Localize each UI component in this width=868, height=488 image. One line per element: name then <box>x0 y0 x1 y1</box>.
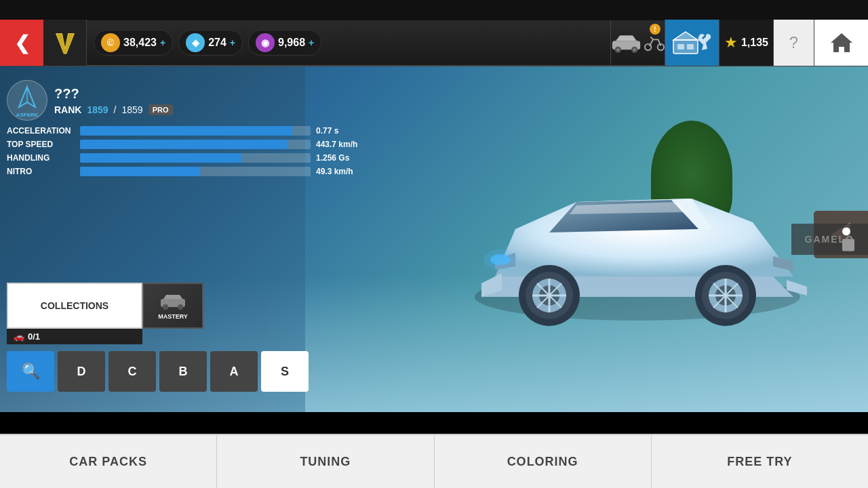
mastery-label: MASTERY <box>158 313 188 320</box>
scroll-dot-active <box>842 228 850 236</box>
filter-a-button[interactable]: A <box>210 351 258 392</box>
brand-logo-icon <box>53 30 77 55</box>
garage-icon <box>672 30 699 55</box>
coloring-button[interactable]: COLORING <box>435 435 652 488</box>
stat-bar-fill <box>80 140 288 149</box>
purple-value: 9,968 <box>278 37 305 49</box>
car-brand-section: ASPARK ??? RANK 1859 / 1859 PRO <box>7 80 370 121</box>
mystery-icon: ? <box>789 33 798 52</box>
stat-label: NITRO <box>7 167 75 176</box>
motorcycle-icon <box>644 34 665 52</box>
tuning-label: TUNING <box>300 455 351 469</box>
svg-point-32 <box>163 304 168 310</box>
wrench-icon <box>696 33 713 53</box>
svg-point-33 <box>178 304 183 310</box>
stat-row-acceleration: ACCELERATION0.77 s <box>7 126 370 136</box>
mastery-button[interactable]: MASTERY <box>142 283 203 329</box>
svg-line-8 <box>650 37 653 40</box>
tuning-button[interactable]: TUNING <box>217 435 434 488</box>
car-packs-label: CAR PACKS <box>69 455 147 469</box>
brand-name-small: ASPARK <box>16 112 38 118</box>
stat-bar-background <box>80 126 311 136</box>
filter-c-button[interactable]: C <box>108 351 156 392</box>
stat-label: TOP SPEED <box>7 140 75 149</box>
filter-d-label: D <box>77 365 86 379</box>
filter-row: 🔍 D C B A S <box>7 351 309 392</box>
top-navigation: ❮ © 38,423 + ◈ 274 + ◉ 9,968 + <box>0 20 868 66</box>
rank-max: 1859 <box>122 104 143 115</box>
gems-plus: + <box>230 37 235 48</box>
rank-current: 1859 <box>87 104 108 115</box>
home-icon <box>829 30 854 55</box>
stat-bar-fill <box>80 153 241 163</box>
notification-badge: ! <box>650 24 660 35</box>
collections-tabs: COLLECTIONS MASTERY <box>7 283 203 329</box>
mystery-button[interactable]: ? <box>773 20 814 66</box>
vehicles-button[interactable]: ! <box>610 20 665 66</box>
car-icon <box>611 33 642 53</box>
coins-display[interactable]: © 38,423 + <box>94 30 173 56</box>
gems-display[interactable]: ◈ 274 + <box>178 30 243 56</box>
back-button[interactable]: ❮ <box>0 20 43 66</box>
filter-s-button[interactable]: S <box>261 351 309 392</box>
stat-label: HANDLING <box>7 153 75 163</box>
filter-b-label: B <box>179 365 188 379</box>
brand-info: ??? RANK 1859 / 1859 PRO <box>54 86 173 115</box>
collection-car-icon: 🚗 <box>14 331 24 342</box>
svg-point-4 <box>616 48 619 51</box>
collection-count-row: 🚗 0/1 <box>7 329 142 344</box>
free-try-label: FREE TRY <box>727 455 792 469</box>
stat-value: 443.7 km/h <box>316 140 370 149</box>
car-image <box>441 141 834 371</box>
stat-bar-background <box>80 153 311 163</box>
svg-rect-9 <box>673 40 698 54</box>
home-button[interactable] <box>814 20 868 66</box>
aspark-logo-icon <box>14 83 41 110</box>
car-stats-panel: ASPARK ??? RANK 1859 / 1859 PRO ACCELERA… <box>7 80 370 180</box>
bottom-navigation: CAR PACKS TUNING COLORING FREE TRY <box>0 434 868 488</box>
nav-icons-group: ! ★ 1,135 ? <box>610 20 868 66</box>
svg-marker-0 <box>56 34 74 54</box>
purple-plus: + <box>309 37 314 48</box>
currency-section: © 38,423 + ◈ 274 + ◉ 9,968 + <box>87 30 610 56</box>
rank-separator: / <box>114 104 117 115</box>
stat-row-top-speed: TOP SPEED443.7 km/h <box>7 140 370 149</box>
search-filter-button[interactable]: 🔍 <box>7 351 54 392</box>
filter-s-label: S <box>281 365 289 379</box>
scroll-square <box>842 239 854 251</box>
search-icon: 🔍 <box>22 363 40 380</box>
filter-d-button[interactable]: D <box>58 351 105 392</box>
car-svg <box>441 141 834 371</box>
mastery-car-icon <box>159 292 186 311</box>
stat-value: 1.256 Gs <box>316 153 370 163</box>
coins-value: 38,423 <box>123 37 157 49</box>
pro-badge: PRO <box>149 104 173 115</box>
stat-row-handling: HANDLING1.256 Gs <box>7 153 370 163</box>
filter-b-button[interactable]: B <box>159 351 207 392</box>
stars-display[interactable]: ★ 1,135 <box>719 20 773 66</box>
stat-bar-fill <box>80 167 200 176</box>
purple-currency-display[interactable]: ◉ 9,968 + <box>248 30 321 56</box>
purple-icon: ◉ <box>256 33 275 52</box>
rank-row: RANK 1859 / 1859 PRO <box>54 104 173 115</box>
top-black-bar <box>0 0 868 20</box>
stat-value: 49.3 km/h <box>316 167 370 176</box>
garage-button[interactable] <box>665 20 719 66</box>
coins-plus: + <box>160 37 165 48</box>
stat-row-nitro: NITRO49.3 km/h <box>7 167 370 176</box>
back-arrow-icon: ❮ <box>14 32 30 54</box>
gem-icon: ◈ <box>186 33 205 52</box>
star-count-value: 1,135 <box>741 37 768 49</box>
game-area: ASPARK ??? RANK 1859 / 1859 PRO ACCELERA… <box>0 66 868 412</box>
collection-count: 0/1 <box>28 331 40 342</box>
logo-button[interactable] <box>43 20 87 66</box>
coin-icon: © <box>101 33 120 52</box>
free-try-button[interactable]: FREE TRY <box>652 435 868 488</box>
stat-bar-fill <box>80 126 292 136</box>
scroll-indicator <box>842 228 854 251</box>
brand-logo: ASPARK <box>7 80 47 121</box>
coloring-label: COLORING <box>507 455 578 469</box>
car-packs-button[interactable]: CAR PACKS <box>0 435 217 488</box>
star-icon: ★ <box>724 34 738 52</box>
collections-button[interactable]: COLLECTIONS <box>7 283 142 329</box>
